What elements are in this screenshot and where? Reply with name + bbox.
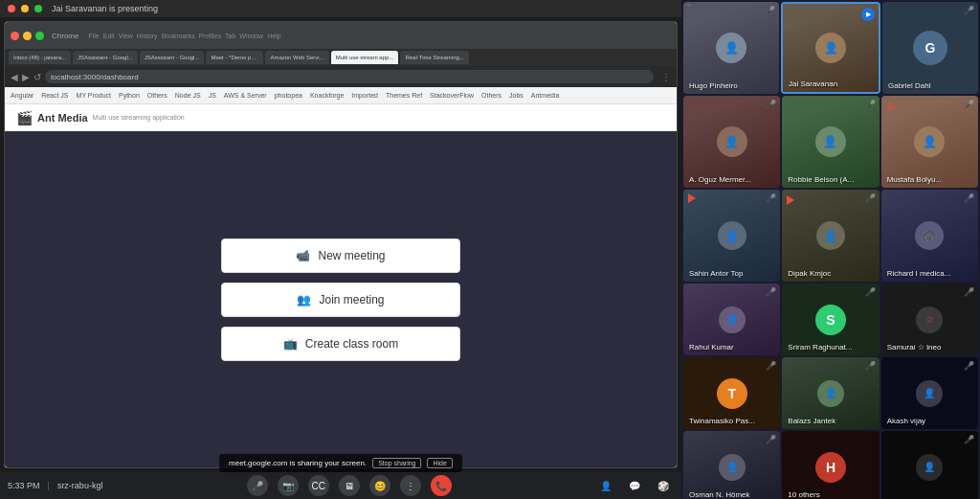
bookmark-jobs[interactable]: Jobs xyxy=(509,92,523,99)
browser-menu-tab[interactable]: Tab xyxy=(225,33,235,39)
osman-avatar: 👤 xyxy=(719,454,746,481)
share-screen-btn[interactable]: 🖥 xyxy=(339,475,360,496)
captions-btn[interactable]: CC xyxy=(308,475,329,496)
participants-btn[interactable]: 👤 xyxy=(595,475,616,496)
browser-menu-profiles[interactable]: Profiles xyxy=(199,33,221,39)
stop-sharing-button[interactable]: Stop sharing xyxy=(372,458,421,468)
bookmark-knackforge[interactable]: Knackforge xyxy=(310,92,344,99)
bookmark-photopea[interactable]: photopea xyxy=(275,92,302,99)
camera-control-btn[interactable]: 📷 xyxy=(278,475,299,496)
participant-samurai[interactable]: ☆ Samurai ☆ Ineo 🎤 xyxy=(881,284,978,355)
create-classroom-icon: 📺 xyxy=(283,337,298,351)
participant-jai[interactable]: 👤 Jai Saravanan ▶ xyxy=(781,2,880,94)
bookmark-js[interactable]: JS xyxy=(209,92,216,99)
tab-meet[interactable]: Meet - *Demo p... xyxy=(206,51,263,64)
browser-app-label: Chrome xyxy=(52,32,78,40)
browser-menu-edit[interactable]: Edit xyxy=(103,33,115,39)
mustafa-video-bg: 👤 xyxy=(881,96,978,188)
tab-jsassistant-2[interactable]: JSAssistant - Googl... xyxy=(140,51,205,64)
bookmark-antmedia[interactable]: Antmedia xyxy=(531,92,560,99)
bookmark-react[interactable]: React JS xyxy=(41,92,68,99)
browser-max-btn[interactable] xyxy=(35,32,44,40)
participant-oguz[interactable]: 👤 A. Oguz Mermer... 🎤 xyxy=(683,96,780,188)
address-bar[interactable]: localhost:3000/dashboard xyxy=(45,70,654,83)
last-mic-icon: 🎤 xyxy=(964,435,974,444)
participant-richard[interactable]: 🎧 Richard I medica... 🎤 xyxy=(881,190,978,282)
camera-icon: 📷 xyxy=(282,481,294,491)
browser-menu-bookmarks[interactable]: Bookmarks xyxy=(162,33,195,39)
browser-menu-help[interactable]: Help xyxy=(267,33,280,39)
participant-sriram[interactable]: S Sriram Raghunat... 🎤 xyxy=(782,284,879,355)
participants-icon: 👤 xyxy=(600,481,612,491)
sahin-center: 👤 xyxy=(683,190,780,282)
participant-robbie[interactable]: 👤 Robbie Belson (A... 🎤 xyxy=(782,96,879,188)
akash-name: Akash vijay xyxy=(887,417,925,425)
sahin-logo-area xyxy=(686,193,698,204)
hide-button[interactable]: Hide xyxy=(427,458,452,468)
balazs-mic-icon: 🎤 xyxy=(865,361,876,371)
tab-jsassistant-1[interactable]: JSAssistant - Googl... xyxy=(73,51,138,64)
mustafa-logo xyxy=(885,100,899,113)
others-name: 10 others xyxy=(788,490,819,499)
richard-name: Richard I medica... xyxy=(887,269,951,278)
participant-twinamasiko[interactable]: T Twinamasiko Pas... 🎤 xyxy=(683,357,780,429)
browser-tabs: Inbox (48) - jaisara... JSAssistant - Go… xyxy=(5,49,677,66)
samurai-name: Samurai ☆ Ineo xyxy=(887,343,942,352)
bookmark-others[interactable]: Others xyxy=(147,92,167,99)
bookmark-imported[interactable]: Imported xyxy=(351,92,378,99)
gabriel-avatar: G xyxy=(913,31,947,65)
nav-reload-icon[interactable]: ↺ xyxy=(33,72,41,82)
leave-call-btn[interactable]: 📞 xyxy=(431,475,452,496)
participant-akash[interactable]: 👤 Akash vijay 🎤 xyxy=(881,357,978,429)
screen-share-area: Jai Saravanan is presenting Chrome File … xyxy=(0,0,681,499)
bookmark-myproduct[interactable]: MY Product xyxy=(77,92,111,99)
ant-media-logo-icon: 🎬 xyxy=(16,110,33,125)
bookmark-nodejs[interactable]: Node JS xyxy=(175,92,201,99)
participant-gabriel[interactable]: G Gabriel Dahl 🎤 xyxy=(882,2,978,94)
mustafa-avatar: 👤 xyxy=(914,126,945,157)
nav-back-icon[interactable]: ◀ xyxy=(11,72,18,82)
bookmark-themes[interactable]: Themes Ref xyxy=(386,92,422,99)
osman-name: Osman N. Hömek xyxy=(689,490,750,499)
mic-control-btn[interactable]: 🎤 xyxy=(247,475,268,496)
meet-bottom-bar: 5:33 PM | srz-rabu-kgl 🎤 📷 CC 🖥 😊 xyxy=(0,472,681,499)
tab-realtime[interactable]: Real-Time Streaming... xyxy=(400,51,468,64)
participant-hugo[interactable]: 🎬 👤 Hugo Pinheiro 🎤 xyxy=(683,2,779,94)
participant-sahin[interactable]: 👤 Sahin Antor Top 🎤 xyxy=(683,190,780,282)
participant-last[interactable]: 👤 🎤 xyxy=(881,431,978,499)
participant-dipak[interactable]: 👤 Dipak Kmjoc 🎤 xyxy=(782,190,879,282)
nav-forward-icon[interactable]: ▶ xyxy=(22,72,30,82)
participant-osman[interactable]: 👤 Osman N. Hömek 🎤 xyxy=(683,431,780,499)
join-meeting-button[interactable]: 👥 Join meeting xyxy=(221,283,460,317)
create-classroom-button[interactable]: 📺 Create class room xyxy=(221,327,460,361)
new-meeting-button[interactable]: 📹 New meeting xyxy=(221,238,460,273)
tab-aws[interactable]: Amazon Web Servi... xyxy=(265,51,328,64)
participant-rahul[interactable]: 👤 Rahul Kumar 🎤 xyxy=(683,284,780,355)
more-options-btn[interactable]: ⋮ xyxy=(400,475,421,496)
participant-balazs[interactable]: 👤 Balazs Jantek 🎤 xyxy=(782,357,879,429)
balazs-avatar: 👤 xyxy=(817,380,844,407)
participant-mustafa[interactable]: 👤 Mustafa Bolyu... 🎤 xyxy=(881,96,978,188)
tab-inbox[interactable]: Inbox (48) - jaisara... xyxy=(9,51,71,64)
twinamasiko-name: Twinamasiko Pas... xyxy=(689,417,755,425)
bookmark-stackoverflow[interactable]: StackoverFlow xyxy=(430,92,474,99)
join-meeting-icon: 👥 xyxy=(297,293,311,306)
browser-close-btn[interactable] xyxy=(11,32,19,40)
reactions-icon: 😊 xyxy=(374,481,386,491)
browser-menu-file[interactable]: File xyxy=(88,33,99,39)
participant-10others[interactable]: H 10 others xyxy=(782,431,879,499)
bookmark-others2[interactable]: Others xyxy=(481,92,501,99)
sahin-avatar: 👤 xyxy=(718,221,746,250)
tab-multistream[interactable]: Multi use stream app... xyxy=(331,51,399,64)
reactions-btn[interactable]: 😊 xyxy=(369,475,390,496)
browser-menu-history[interactable]: History xyxy=(137,33,158,39)
browser-menu-view[interactable]: View xyxy=(119,33,133,39)
bookmark-aws[interactable]: AWS & Server xyxy=(224,92,267,99)
bookmark-python[interactable]: Python xyxy=(119,92,140,99)
chat-btn[interactable]: 💬 xyxy=(624,475,645,496)
browser-extensions-icon[interactable]: ⋮ xyxy=(661,72,671,82)
bookmark-angular[interactable]: Angular xyxy=(11,92,33,99)
browser-min-btn[interactable] xyxy=(23,32,32,40)
browser-menu-window[interactable]: Window xyxy=(239,33,263,39)
activities-btn[interactable]: 🎲 xyxy=(653,475,674,496)
